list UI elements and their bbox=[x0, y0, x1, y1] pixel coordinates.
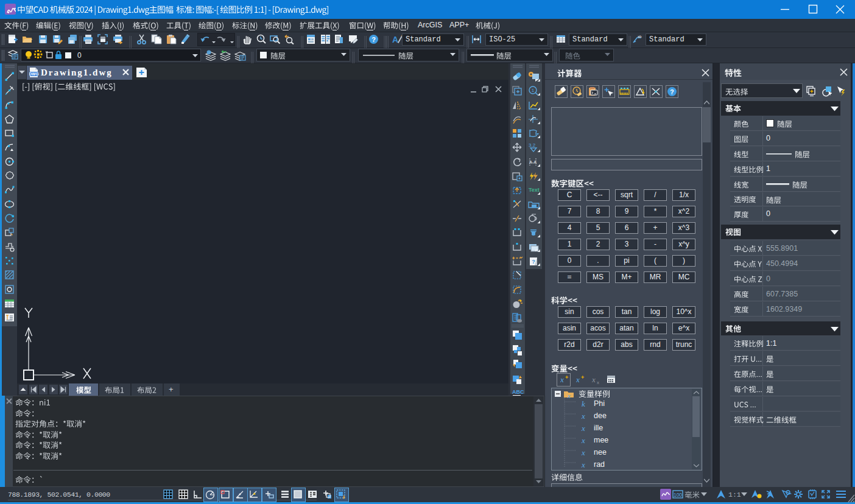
svg-text:+: + bbox=[565, 375, 568, 380]
svg-text:x: x bbox=[560, 375, 564, 384]
svg-text:1: 1 bbox=[532, 88, 535, 93]
svg-text:x: x bbox=[567, 392, 571, 398]
svg-text:x: x bbox=[592, 375, 596, 384]
svg-text:100: 100 bbox=[674, 492, 682, 498]
svg-text:A-A: A-A bbox=[529, 160, 537, 164]
svg-text:DWG: DWG bbox=[29, 72, 38, 76]
svg-text:?: ? bbox=[371, 36, 376, 43]
svg-text:A: A bbox=[392, 35, 398, 44]
svg-text:+: + bbox=[581, 375, 584, 380]
svg-text:x: x bbox=[576, 375, 580, 384]
svg-text:3.2: 3.2 bbox=[529, 142, 536, 148]
svg-text:ab: ab bbox=[638, 35, 642, 38]
svg-text:x: x bbox=[597, 380, 599, 385]
svg-text:?: ? bbox=[532, 259, 535, 265]
svg-text:ABC: ABC bbox=[512, 389, 524, 395]
svg-text:?: ? bbox=[670, 88, 674, 96]
svg-text:Text: Text bbox=[529, 187, 540, 193]
